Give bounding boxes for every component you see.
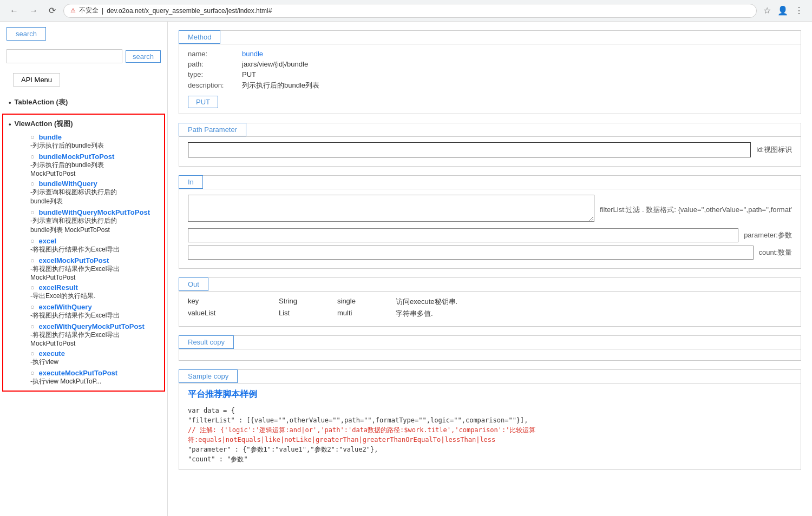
count-input[interactable] <box>188 246 754 260</box>
method-section: Method name: bundle path: jaxrs/view/{id… <box>179 30 801 114</box>
sample-body: 平台推荐脚本样例 var data = { "filterList" : [{v… <box>179 383 801 469</box>
desc-excel: -将视图执行结果作为Excel导出 <box>17 245 159 254</box>
sidebar-top: search search <box>0 22 167 69</box>
desc-execute: -执行view <box>17 358 159 367</box>
path-param-input[interactable] <box>188 142 751 157</box>
link-executemock[interactable]: executeMockPutToPost <box>38 369 117 377</box>
sub-item-excel: ○ excel <box>17 237 159 245</box>
path-parameter-section: Path Parameter id:视图标识 <box>179 123 801 167</box>
parameter-input[interactable] <box>188 228 738 242</box>
address-bar: ⚠ 不安全 | dev.o2oa.net/x_query_assemble_su… <box>63 4 757 18</box>
out-tab[interactable]: Out <box>179 277 208 291</box>
search-button[interactable]: search <box>126 50 161 63</box>
view-action-label: ViewAction (视图) <box>15 119 73 129</box>
desc-excelmock: -将视图执行结果作为Excel导出 <box>17 264 159 274</box>
filter-row: filterList:过滤 . 数据格式: {value='',otherVal… <box>188 195 792 225</box>
desc-bundlemock2: MockPutToPost <box>17 170 159 177</box>
table-action-label: TableAction (表) <box>15 97 68 107</box>
sub-bullet-icon: ○ <box>30 349 35 358</box>
filter-textarea[interactable] <box>188 195 594 222</box>
sub-item-excelquerymock: ○ excelWithQueryMockPutToPost <box>17 322 159 330</box>
parameter-row: parameter:参数 <box>188 228 792 242</box>
in-tab[interactable]: In <box>179 175 203 189</box>
link-bundlequery[interactable]: bundleWithQuery <box>38 180 97 188</box>
sub-item-bundle: ○ bundle <box>17 133 159 141</box>
sub-bullet-icon: ○ <box>30 237 35 245</box>
name-value[interactable]: bundle <box>242 50 263 58</box>
menu-icon[interactable]: ⋮ <box>793 3 806 18</box>
bookmark-icon[interactable]: ☆ <box>761 3 773 18</box>
desc-bundlequery2: bundle列表 <box>17 197 159 206</box>
sub-item-bundlequerymock: ○ bundleWithQueryMockPutToPost <box>17 208 159 216</box>
sidebar: search search API Menu • TableAction (表)… <box>0 22 168 516</box>
sub-item-excelmock: ○ excelMockPutToPost <box>17 256 159 264</box>
link-excelquery[interactable]: excelWithQuery <box>38 303 91 311</box>
code-line-1: var data = { <box>188 406 792 415</box>
name-label: name: <box>188 50 242 58</box>
back-button[interactable]: ← <box>6 4 22 18</box>
sub-bullet-icon: ○ <box>30 322 35 330</box>
out-key-1: key <box>188 297 274 307</box>
desc-excelquery: -将视图执行结果作为Excel导出 <box>17 311 159 320</box>
search-input[interactable] <box>6 49 122 63</box>
reload-button[interactable]: ⟳ <box>45 3 59 18</box>
code-comment: // 注解: {'logic':'逻辑运算:and|or','path':'da… <box>188 425 792 445</box>
path-param-body: id:视图标识 <box>179 137 801 166</box>
table-row: valueList List multi 字符串多值. <box>188 309 792 319</box>
method-header: Method <box>179 31 801 44</box>
list-item: ○ bundleMockPutToPost -列示执行后的bundle列表 Mo… <box>6 151 161 178</box>
list-item: ○ bundleWithQuery -列示查询和视图标识执行后的 bundle列… <box>6 178 161 207</box>
link-bundle[interactable]: bundle <box>38 133 62 141</box>
profile-icon[interactable]: 👤 <box>775 3 790 18</box>
method-tab[interactable]: Method <box>179 30 220 44</box>
code-line-2: "filterList" : [{value="",otherValue="",… <box>188 415 792 425</box>
list-item: ○ execute -执行view <box>6 348 161 368</box>
path-value: jaxrs/view/{id}/bundle <box>242 60 308 68</box>
link-excel[interactable]: excel <box>38 237 56 245</box>
link-execute[interactable]: execute <box>38 349 64 358</box>
out-body: key String single 访问execute秘钥串. valueLis… <box>179 292 801 326</box>
desc-bundlemock: -列示执行后的bundle列表 <box>17 161 159 170</box>
address-url: 不安全 <box>79 6 99 15</box>
method-name-row: name: bundle <box>188 50 792 58</box>
table-action-section: • TableAction (表) <box>0 93 167 111</box>
sub-bullet-icon: ○ <box>30 283 35 292</box>
out-desc-2: 字符串多值. <box>396 309 792 319</box>
view-action-header: • ViewAction (视图) <box>6 118 161 132</box>
put-button[interactable]: PUT <box>188 96 218 108</box>
out-type-2: List <box>279 309 333 319</box>
sub-item-execute: ○ execute <box>17 349 159 358</box>
in-section: In filterList:过滤 . 数据格式: {value='',other… <box>179 175 801 269</box>
in-header: In <box>179 176 801 189</box>
browser-chrome: ← → ⟳ ⚠ 不安全 | dev.o2oa.net/x_query_assem… <box>0 0 812 22</box>
search-top-button[interactable]: search <box>6 27 46 41</box>
link-bundlequerymock[interactable]: bundleWithQueryMockPutToPost <box>38 208 149 216</box>
path-param-header: Path Parameter <box>179 123 801 137</box>
desc-executemock: -执行view MockPutToP... <box>17 377 159 386</box>
sub-bullet-icon: ○ <box>30 369 35 377</box>
path-label: path: <box>188 60 242 68</box>
out-section: Out key String single 访问execute秘钥串. valu… <box>179 277 801 327</box>
forward-button[interactable]: → <box>26 4 41 18</box>
result-copy-section: Result copy <box>179 335 801 361</box>
sample-header: Sample copy <box>179 370 801 383</box>
link-excelresult[interactable]: excelResult <box>38 283 77 292</box>
out-header: Out <box>179 278 801 292</box>
desc-label: description: <box>188 81 242 89</box>
list-item: ○ excelWithQueryMockPutToPost -将视图执行结果作为… <box>6 321 161 348</box>
result-tab[interactable]: Result copy <box>179 335 234 349</box>
sample-tab[interactable]: Sample copy <box>179 369 238 383</box>
link-bundlemock[interactable]: bundleMockPutToPost <box>38 153 114 161</box>
count-label: count:数量 <box>759 248 792 257</box>
link-excelmock[interactable]: excelMockPutToPost <box>38 256 109 264</box>
api-menu-button[interactable]: API Menu <box>13 73 60 87</box>
link-excelquerymock[interactable]: excelWithQueryMockPutToPost <box>38 322 144 330</box>
security-icon: ⚠ <box>70 7 76 14</box>
path-param-tab[interactable]: Path Parameter <box>179 123 246 136</box>
desc-value: 列示执行后的bundle列表 <box>242 81 319 90</box>
list-item: ○ executeMockPutToPost -执行view MockPutTo… <box>6 368 161 387</box>
separator: | <box>102 7 103 15</box>
list-item: ○ excelMockPutToPost -将视图执行结果作为Excel导出 M… <box>6 255 161 282</box>
list-item: ○ bundle -列示执行后的bundle列表 <box>6 132 161 151</box>
sub-item-bundlemock: ○ bundleMockPutToPost <box>17 153 159 161</box>
